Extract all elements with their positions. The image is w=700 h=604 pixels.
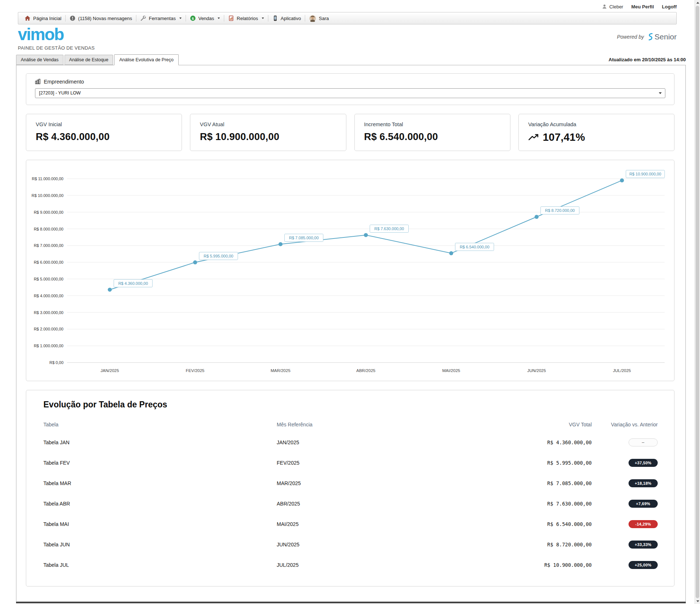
svg-text:FEV/2025: FEV/2025 — [186, 368, 205, 373]
kpi-value: R$ 10.900.000,00 — [200, 131, 336, 143]
user-name: Cleber — [609, 4, 623, 9]
profile-link[interactable]: Meu Perfil — [631, 4, 654, 9]
table-row: Tabela ABRABR/2025R$ 7.630.000,00+7,69% — [26, 493, 674, 514]
kpi-card-incremento-total: Incremento TotalR$ 6.540.000,00 — [354, 114, 510, 151]
table-row: Tabela JULJUL/2025R$ 10.900.000,00+25,00… — [26, 555, 674, 575]
cell-variacao: +25,00% — [592, 561, 658, 569]
toolbar-item-1158-novas-mensagens[interactable]: (1158) Novas mensagens — [66, 12, 136, 24]
toolbar-item-aplicativo[interactable]: Aplicativo — [268, 12, 305, 24]
filter-head: Empreendimento — [35, 79, 665, 85]
tab-analise-evolutiva-de-preco[interactable]: Análise Evolutiva de Preço — [114, 54, 179, 65]
header-row: vimob PAINEL DE GESTÃO DE VENDAS Powered… — [18, 27, 677, 51]
toolbar-item-ferramentas[interactable]: Ferramentas — [136, 12, 186, 24]
col-header-variacao-vs-anterior: Variação vs. Anterior — [592, 422, 658, 427]
cell-mes-referencia: JAN/2025 — [277, 440, 504, 445]
svg-text:R$ 10.900.000,00: R$ 10.900.000,00 — [629, 172, 661, 176]
cell-mes-referencia: FEV/2025 — [277, 460, 504, 466]
svg-text:MAI/2025: MAI/2025 — [442, 368, 460, 373]
chevron-down-icon — [659, 92, 662, 94]
price-evolution-chart: R$ 0,00R$ 1.000.000,00R$ 2.000.000,00R$ … — [26, 160, 674, 379]
table-title: Evolução por Tabela de Preços — [43, 400, 674, 410]
svg-text:R$ 11.000.000,00: R$ 11.000.000,00 — [32, 177, 63, 181]
toolbar-item-label: Aplicativo — [281, 16, 301, 21]
kpi-label: Variação Acumulada — [528, 121, 665, 127]
kpi-card-vgv-atual: VGV AtualR$ 10.900.000,00 — [190, 114, 346, 151]
cell-tabela: Tabela JAN — [43, 440, 277, 445]
kpi-label: Incremento Total — [364, 121, 501, 127]
powered-by: Powered by Senior — [617, 32, 677, 41]
cell-variacao: – — [592, 438, 658, 446]
sales-icon: $ — [190, 15, 196, 21]
chevron-down-icon — [262, 18, 264, 19]
table-row: Tabela JANJAN/2025R$ 4.360.000,00– — [26, 432, 674, 453]
svg-text:R$ 8.000.000,00: R$ 8.000.000,00 — [34, 226, 63, 231]
scrollbar-thumb[interactable] — [696, 6, 699, 598]
powered-by-text: Powered by — [617, 34, 644, 40]
filter-panel: Empreendimento [27203] - YURI LOW — [26, 73, 674, 105]
svg-text:R$ 5.995.000,00: R$ 5.995.000,00 — [204, 253, 233, 258]
svg-text:R$ 6.540.000,00: R$ 6.540.000,00 — [460, 244, 489, 249]
vertical-scrollbar[interactable] — [695, 0, 700, 604]
table-row: Tabela MAIMAI/2025R$ 6.540.000,00-14,29% — [26, 514, 674, 534]
variation-badge: +33,33% — [629, 541, 658, 549]
cell-mes-referencia: JUN/2025 — [277, 542, 504, 547]
svg-text:JUL/2025: JUL/2025 — [613, 368, 631, 373]
chevron-down-icon — [218, 18, 220, 19]
cell-mes-referencia: ABR/2025 — [277, 501, 504, 507]
svg-text:R$ 8.720.000,00: R$ 8.720.000,00 — [545, 208, 575, 213]
app-logo: vimob — [18, 27, 95, 43]
cell-mes-referencia: MAR/2025 — [277, 480, 504, 486]
cell-variacao: +37,50% — [592, 459, 658, 467]
logoff-link[interactable]: Logoff — [662, 4, 677, 9]
home-icon — [24, 15, 31, 21]
toolbar-item-pagina-inicial[interactable]: Página Inicial — [20, 12, 65, 24]
toolbar-item-label: Ferramentas — [149, 16, 176, 21]
svg-text:R$ 7.000.000,00: R$ 7.000.000,00 — [34, 243, 63, 248]
page-subtitle: PAINEL DE GESTÃO DE VENDAS — [18, 45, 95, 51]
empreendimento-select[interactable]: [27203] - YURI LOW — [35, 88, 665, 98]
svg-text:R$ 0,00: R$ 0,00 — [49, 360, 63, 365]
scroll-up-arrow[interactable] — [695, 0, 700, 5]
variation-badge: – — [629, 438, 658, 446]
svg-text:ABR/2025: ABR/2025 — [356, 368, 375, 373]
chart-panel: R$ 0,00R$ 1.000.000,00R$ 2.000.000,00R$ … — [26, 160, 674, 381]
svg-text:R$ 7.630.000,00: R$ 7.630.000,00 — [374, 226, 404, 231]
cell-mes-referencia: JUL/2025 — [277, 562, 504, 568]
toolbar-item-relatorios[interactable]: Relatórios — [224, 12, 268, 24]
table-body: Tabela JANJAN/2025R$ 4.360.000,00–Tabela… — [26, 432, 674, 575]
toolbar-item-vendas[interactable]: $Vendas — [186, 12, 224, 24]
cell-variacao: -14,29% — [592, 520, 658, 528]
cell-vgv-total: R$ 7.630.000,00 — [504, 501, 592, 507]
cell-variacao: +18,18% — [592, 479, 658, 487]
svg-text:JUN/2025: JUN/2025 — [527, 368, 546, 373]
svg-text:R$ 1.000.000,00: R$ 1.000.000,00 — [34, 344, 63, 348]
variation-badge: -14,29% — [629, 520, 658, 528]
table-header: TabelaMês ReferênciaVGV TotalVariação vs… — [26, 417, 674, 432]
building-icon — [35, 79, 40, 84]
svg-text:R$ 10.000.000,00: R$ 10.000.000,00 — [32, 193, 63, 197]
variation-badge: +7,69% — [629, 500, 658, 508]
tab-content: Empreendimento [27203] - YURI LOW VGV In… — [16, 65, 686, 602]
tools-icon — [140, 15, 146, 21]
price-table-panel: Evolução por Tabela de Preços TabelaMês … — [26, 390, 674, 586]
filter-label: Empreendimento — [44, 79, 84, 85]
logo-block: vimob PAINEL DE GESTÃO DE VENDAS — [18, 27, 95, 51]
user-icon — [602, 4, 607, 9]
tab-analise-de-vendas[interactable]: Análise de Vendas — [16, 55, 63, 65]
cell-vgv-total: R$ 6.540.000,00 — [504, 521, 592, 527]
logged-user: Cleber — [602, 4, 623, 9]
scroll-down-arrow[interactable] — [695, 599, 700, 604]
variation-badge: +18,18% — [629, 479, 658, 487]
select-value: [27203] - YURI LOW — [39, 90, 81, 96]
toolbar: Página Inicial(1158) Novas mensagensFerr… — [18, 12, 677, 24]
col-header-mes-referencia: Mês Referência — [277, 422, 504, 427]
tab-analise-de-estoque[interactable]: Análise de Estoque — [65, 55, 113, 65]
cell-tabela: Tabela MAI — [43, 521, 277, 527]
svg-text:R$ 6.000.000,00: R$ 6.000.000,00 — [34, 260, 63, 264]
svg-text:R$ 4.360.000,00: R$ 4.360.000,00 — [118, 281, 148, 285]
toolbar-item-sara[interactable]: Sara — [305, 12, 332, 24]
kpi-value: 107,41% — [543, 131, 585, 143]
updated-at: Atualizado em 20/10/2025 às 14:00 — [608, 57, 686, 65]
brand-name: Senior — [654, 32, 677, 41]
svg-text:R$ 9.000.000,00: R$ 9.000.000,00 — [34, 210, 63, 214]
